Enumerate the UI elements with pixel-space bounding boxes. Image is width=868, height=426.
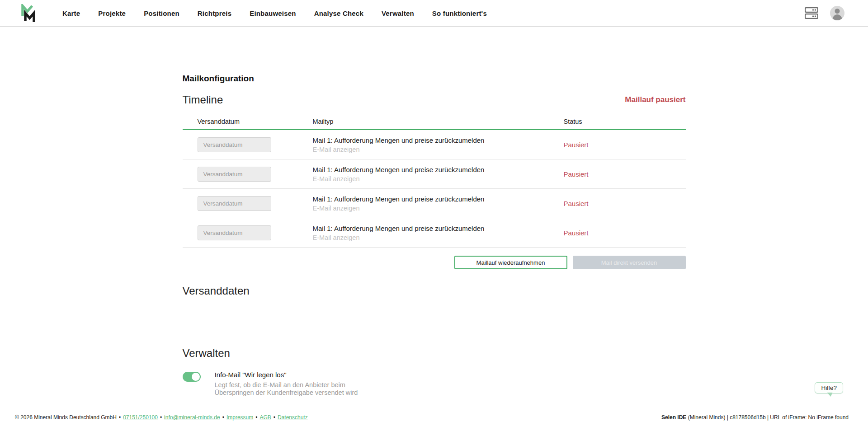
mailtyp-cell: Mail 1: Aufforderung Mengen und preise z…: [313, 136, 564, 153]
maillauf-wiederaufnehmen-button[interactable]: Maillauf wiederaufnehmen: [454, 256, 567, 269]
hilfe-button[interactable]: Hilfe?: [815, 382, 843, 393]
mailtyp-label: Mail 1: Aufforderung Mengen und preise z…: [313, 166, 564, 173]
versanddatum-cell: [183, 167, 313, 182]
timeline-heading: Timeline: [183, 94, 223, 106]
footer-agb-link[interactable]: AGB: [259, 414, 271, 421]
nav-item-so-funktionierts[interactable]: So funktioniert's: [432, 9, 487, 17]
nav-item-positionen[interactable]: Positionen: [144, 9, 179, 17]
timeline-section-header: Timeline Maillauf pausiert: [183, 94, 686, 106]
footer-separator: •: [255, 414, 257, 421]
footer-phone-link[interactable]: 07151/250100: [123, 414, 158, 421]
info-mail-description: Legt fest, ob die E-Mail an den Anbieter…: [215, 381, 360, 397]
mineral-minds-logo-icon[interactable]: [21, 4, 36, 22]
versanddatum-input[interactable]: [198, 225, 271, 240]
navbar-right: [805, 6, 844, 20]
ide-brand: Selen IDE: [661, 414, 686, 421]
versanddatum-input[interactable]: [198, 196, 271, 211]
verwalten-heading: Verwalten: [183, 347, 686, 360]
status-badge: Pausiert: [564, 170, 686, 178]
mailtyp-cell: Mail 1: Aufforderung Mengen und preise z…: [313, 225, 564, 241]
col-header-mailtyp: Mailtyp: [313, 118, 564, 125]
email-anzeigen-link[interactable]: E-Mail anzeigen: [313, 234, 564, 241]
main-nav: Karte Projekte Positionen Richtpreis Ein…: [62, 9, 487, 17]
nav-item-verwalten[interactable]: Verwalten: [382, 9, 414, 17]
nav-item-karte[interactable]: Karte: [62, 9, 80, 17]
avatar-body: [832, 14, 842, 20]
timeline-actions: Maillauf wiederaufnehmen Mail direkt ver…: [183, 256, 686, 269]
table-header-row: Versanddatum Mailtyp Status: [183, 118, 686, 130]
footer-left: © 2026 Mineral Minds Deutschland GmbH • …: [15, 414, 308, 421]
versanddatum-cell: [183, 225, 313, 240]
versanddaten-heading: Versanddaten: [183, 285, 686, 297]
status-badge: Pausiert: [564, 200, 686, 207]
avatar-head: [835, 9, 840, 14]
nav-item-projekte[interactable]: Projekte: [98, 9, 126, 17]
versanddatum-input[interactable]: [198, 137, 271, 152]
toggle-knob: [191, 372, 200, 381]
col-header-versanddatum: Versanddatum: [183, 118, 313, 125]
email-anzeigen-link[interactable]: E-Mail anzeigen: [313, 175, 564, 183]
versanddatum-input[interactable]: [198, 167, 271, 182]
col-header-status: Status: [564, 118, 686, 125]
mailtyp-label: Mail 1: Aufforderung Mengen und preise z…: [313, 136, 564, 144]
footer-separator: •: [274, 414, 275, 421]
main-content: Mailkonfiguration Timeline Maillauf paus…: [183, 74, 686, 397]
top-navbar: Karte Projekte Positionen Richtpreis Ein…: [0, 0, 868, 27]
mailtyp-cell: Mail 1: Aufforderung Mengen und preise z…: [313, 166, 564, 183]
status-badge: Pausiert: [564, 229, 686, 237]
footer-separator: •: [119, 414, 121, 421]
user-avatar-icon[interactable]: [830, 6, 844, 20]
footer-separator: •: [222, 414, 224, 421]
footer-ide-info: Selen IDE (Mineral Minds) | c8178506d15b…: [661, 414, 849, 421]
info-mail-toggle[interactable]: [183, 372, 201, 382]
nav-item-einbauweisen[interactable]: Einbauweisen: [250, 9, 296, 17]
footer-impressum-link[interactable]: Impressum: [226, 414, 253, 421]
info-mail-label: Info-Mail "Wir legen los": [215, 371, 360, 379]
table-row: Mail 1: Aufforderung Mengen und preise z…: [183, 130, 686, 159]
info-mail-setting-row: Info-Mail "Wir legen los" Legt fest, ob …: [183, 371, 686, 397]
footer: © 2026 Mineral Minds Deutschland GmbH • …: [0, 409, 868, 426]
email-anzeigen-link[interactable]: E-Mail anzeigen: [313, 205, 564, 212]
footer-datenschutz-link[interactable]: Datenschutz: [278, 414, 308, 421]
copyright-text: © 2026 Mineral Minds Deutschland GmbH: [15, 414, 117, 421]
nav-item-richtpreis[interactable]: Richtpreis: [198, 9, 231, 17]
status-badge: Pausiert: [564, 141, 686, 149]
versanddatum-cell: [183, 196, 313, 211]
table-row: Mail 1: Aufforderung Mengen und preise z…: [183, 218, 686, 248]
mailtyp-cell: Mail 1: Aufforderung Mengen und preise z…: [313, 195, 564, 212]
mailtyp-label: Mail 1: Aufforderung Mengen und preise z…: [313, 225, 564, 232]
maillauf-status-text: Maillauf pausiert: [625, 95, 685, 104]
mailtyp-label: Mail 1: Aufforderung Mengen und preise z…: [313, 195, 564, 203]
mail-timeline-table: Versanddatum Mailtyp Status Mail 1: Auff…: [183, 118, 686, 248]
footer-separator: •: [160, 414, 162, 421]
page-title: Mailkonfiguration: [183, 74, 686, 84]
footer-email-link[interactable]: info@mineral-minds.de: [164, 414, 220, 421]
ide-details: (Mineral Minds) | c8178506d15b | URL of …: [686, 414, 849, 421]
nav-item-analyse-check[interactable]: Analyse Check: [314, 9, 363, 17]
info-mail-texts: Info-Mail "Wir legen los" Legt fest, ob …: [215, 371, 360, 397]
table-row: Mail 1: Aufforderung Mengen und preise z…: [183, 189, 686, 218]
server-icon[interactable]: [805, 7, 818, 19]
table-row: Mail 1: Aufforderung Mengen und preise z…: [183, 159, 686, 189]
email-anzeigen-link[interactable]: E-Mail anzeigen: [313, 146, 564, 153]
mail-direkt-versenden-button: Mail direkt versenden: [573, 256, 686, 269]
versanddatum-cell: [183, 137, 313, 152]
